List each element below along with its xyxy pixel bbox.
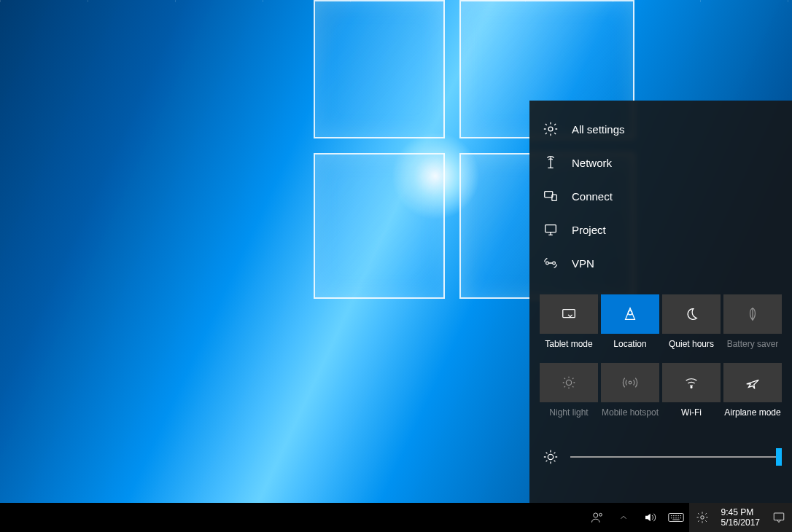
clock-time: 9:45 PM (721, 507, 754, 517)
system-tray: 9:45 PM 5/16/2017 (584, 503, 792, 532)
svg-point-12 (593, 513, 597, 517)
connect-devices-icon (543, 188, 559, 204)
svg-rect-3 (546, 225, 556, 232)
airplane-icon (745, 375, 761, 391)
tile-label: Quiet hours (669, 340, 714, 360)
tray-input-keyboard[interactable] (663, 503, 689, 532)
menu-item-network[interactable]: Network (540, 147, 782, 178)
svg-rect-14 (668, 514, 683, 522)
tile-mobile-hotspot[interactable]: Mobile hotspot (601, 363, 659, 429)
quick-action-tiles: Tablet mode Location Quiet hours Battery… (540, 294, 782, 429)
menu-label: Connect (572, 190, 613, 203)
svg-point-13 (599, 513, 602, 516)
svg-point-10 (691, 387, 692, 388)
brightness-slider[interactable] (570, 456, 779, 458)
tile-label: Airplane mode (724, 408, 780, 429)
menu-label: Project (572, 224, 606, 236)
project-screen-icon (543, 222, 559, 238)
tile-airplane-mode[interactable]: Airplane mode (723, 363, 782, 429)
svg-point-15 (700, 516, 704, 520)
menu-item-vpn[interactable]: VPN (540, 248, 782, 278)
tile-night-light[interactable]: Night light (540, 363, 598, 429)
svg-rect-1 (545, 192, 553, 197)
tray-volume[interactable] (637, 503, 663, 532)
brightness-control (540, 449, 782, 471)
action-center-panel: All settings Network Connect Project VPN (529, 101, 792, 503)
tray-show-hidden-icons[interactable] (610, 503, 637, 532)
action-center-quick-links: All settings Network Connect Project VPN (540, 114, 782, 278)
location-icon (622, 306, 638, 322)
brightness-slider-thumb[interactable] (776, 448, 782, 466)
tile-label: Wi-Fi (681, 408, 702, 429)
svg-point-4 (546, 262, 549, 265)
svg-rect-6 (563, 310, 575, 318)
menu-label: Network (572, 157, 612, 169)
taskbar: 9:45 PM 5/16/2017 (0, 503, 792, 532)
menu-item-all-settings[interactable]: All settings (540, 114, 782, 144)
tray-action-center-toggle[interactable] (766, 503, 792, 532)
tablet-mode-icon (561, 306, 577, 322)
tile-tablet-mode[interactable]: Tablet mode (540, 294, 598, 360)
svg-point-11 (548, 454, 553, 459)
sun-icon (561, 375, 577, 391)
wifi-icon (683, 375, 699, 391)
tile-label: Tablet mode (545, 340, 592, 360)
menu-item-connect[interactable]: Connect (540, 181, 782, 211)
hotspot-icon (622, 375, 638, 391)
tile-location[interactable]: Location (601, 294, 659, 360)
gear-icon (543, 121, 559, 137)
tile-label: Night light (549, 408, 588, 429)
tile-battery-saver[interactable]: Battery saver (723, 294, 782, 360)
leaf-icon (745, 306, 761, 322)
tile-label: Location (613, 340, 646, 360)
network-tower-icon (543, 154, 559, 171)
menu-item-project[interactable]: Project (540, 214, 782, 245)
svg-point-9 (629, 381, 632, 384)
vpn-lock-icon (543, 255, 559, 271)
brightness-icon (543, 449, 559, 465)
tile-wifi[interactable]: Wi-Fi (662, 363, 721, 429)
tray-clock[interactable]: 9:45 PM 5/16/2017 (715, 503, 766, 532)
menu-label: All settings (572, 123, 625, 136)
menu-label: VPN (572, 257, 594, 270)
svg-point-0 (548, 127, 553, 131)
tray-people[interactable] (584, 503, 610, 532)
tile-label: Battery saver (727, 340, 779, 360)
clock-date: 5/16/2017 (721, 517, 760, 528)
tile-label: Mobile hotspot (602, 408, 659, 429)
moon-icon (683, 306, 699, 322)
tray-settings[interactable] (689, 503, 715, 532)
tile-quiet-hours[interactable]: Quiet hours (662, 294, 721, 360)
svg-point-8 (566, 380, 571, 385)
svg-rect-16 (774, 513, 784, 520)
svg-point-5 (553, 262, 556, 265)
